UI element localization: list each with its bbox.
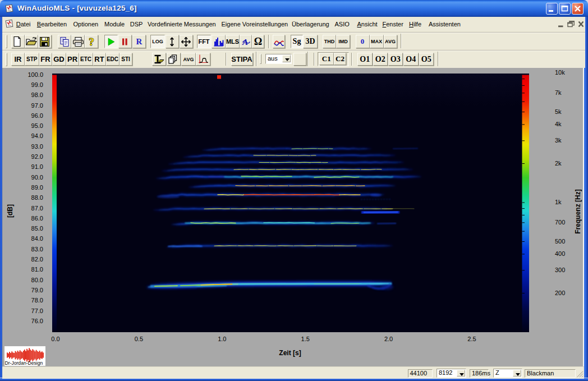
svg-text:Ω: Ω	[254, 36, 262, 47]
svg-text:?: ?	[89, 36, 94, 48]
svg-text:Dr-Jordan-Design: Dr-Jordan-Design	[5, 360, 43, 366]
